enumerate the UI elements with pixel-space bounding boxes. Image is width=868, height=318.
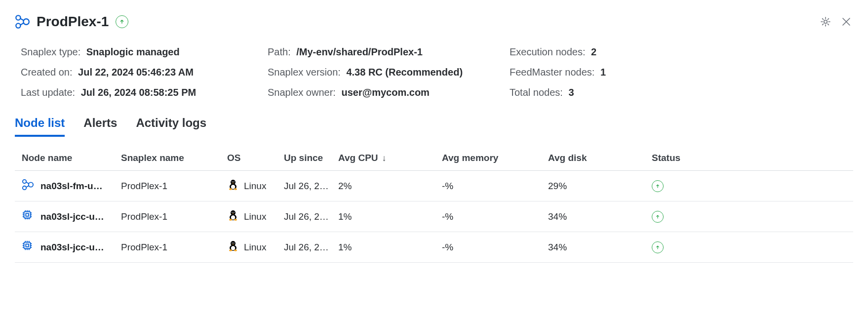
meta-exec-nodes: Execution nodes: 2 bbox=[510, 46, 853, 58]
cluster-icon bbox=[22, 179, 34, 193]
avg-memory: -% bbox=[442, 201, 548, 232]
status-up-icon bbox=[652, 241, 664, 253]
page-header: ProdPlex-1 bbox=[15, 14, 853, 30]
meta-total-nodes: Total nodes: 3 bbox=[510, 87, 853, 98]
up-since: Jul 26, 2… bbox=[284, 201, 338, 232]
cluster-icon bbox=[15, 14, 30, 29]
os-name: Linux bbox=[244, 242, 266, 253]
linux-icon bbox=[227, 179, 239, 193]
meta-created-on: Created on: Jul 22, 2024 05:46:23 AM bbox=[21, 67, 268, 78]
meta-path: Path: /My-env/shared/ProdPlex-1 bbox=[268, 46, 510, 58]
up-since: Jul 26, 2… bbox=[284, 232, 338, 263]
status-up-icon bbox=[652, 180, 664, 192]
tab-activity-logs[interactable]: Activity logs bbox=[136, 116, 206, 137]
th-up-since[interactable]: Up since bbox=[284, 146, 338, 171]
close-button[interactable] bbox=[839, 15, 853, 29]
linux-icon bbox=[227, 209, 239, 224]
table-row[interactable]: na03sl-jcc-u…ProdPlex-1LinuxJul 26, 2…1%… bbox=[15, 232, 853, 263]
snaplex-name: ProdPlex-1 bbox=[121, 201, 227, 232]
tab-node-list[interactable]: Node list bbox=[15, 116, 65, 137]
th-snaplex-name[interactable]: Snaplex name bbox=[121, 146, 227, 171]
sort-desc-icon: ↓ bbox=[382, 153, 387, 163]
node-name: na03sl-jcc-u… bbox=[40, 242, 104, 253]
meta-owner: Snaplex owner: user@mycom.com bbox=[268, 87, 510, 98]
meta-fm-nodes: FeedMaster nodes: 1 bbox=[510, 67, 853, 78]
node-name: na03sl-jcc-u… bbox=[40, 211, 104, 222]
chip-icon bbox=[22, 240, 34, 254]
node-name: na03sl-fm-u… bbox=[40, 181, 103, 192]
os-name: Linux bbox=[244, 211, 266, 222]
os-name: Linux bbox=[244, 181, 266, 192]
avg-cpu: 1% bbox=[338, 232, 442, 263]
tab-bar: Node list Alerts Activity logs bbox=[15, 116, 853, 137]
avg-disk: 34% bbox=[548, 201, 652, 232]
th-avg-disk[interactable]: Avg disk bbox=[548, 146, 652, 171]
avg-memory: -% bbox=[442, 232, 548, 263]
avg-disk: 34% bbox=[548, 232, 652, 263]
table-row[interactable]: na03sl-jcc-u…ProdPlex-1LinuxJul 26, 2…1%… bbox=[15, 201, 853, 232]
th-avg-cpu[interactable]: Avg CPU ↓ bbox=[338, 146, 442, 171]
meta-grid: Snaplex type: Snaplogic managed Path: /M… bbox=[15, 46, 853, 98]
snaplex-name: ProdPlex-1 bbox=[121, 232, 227, 263]
th-avg-memory[interactable]: Avg memory bbox=[442, 146, 548, 171]
snaplex-name: ProdPlex-1 bbox=[121, 171, 227, 201]
meta-version: Snaplex version: 4.38 RC (Recommended) bbox=[268, 67, 510, 78]
avg-cpu: 2% bbox=[338, 171, 442, 201]
meta-snaplex-type: Snaplex type: Snaplogic managed bbox=[21, 46, 268, 58]
avg-memory: -% bbox=[442, 171, 548, 201]
node-table: Node name Snaplex name OS Up since Avg C… bbox=[15, 146, 853, 263]
settings-button[interactable] bbox=[819, 15, 832, 29]
th-os[interactable]: OS bbox=[227, 146, 284, 171]
status-up-icon bbox=[652, 211, 664, 223]
table-row[interactable]: na03sl-fm-u…ProdPlex-1LinuxJul 26, 2…2%-… bbox=[15, 171, 853, 201]
page-title: ProdPlex-1 bbox=[37, 14, 109, 30]
chip-icon bbox=[22, 209, 34, 224]
th-node-name[interactable]: Node name bbox=[15, 146, 121, 171]
avg-cpu: 1% bbox=[338, 201, 442, 232]
meta-last-update: Last update: Jul 26, 2024 08:58:25 PM bbox=[21, 87, 268, 98]
tab-alerts[interactable]: Alerts bbox=[83, 116, 117, 137]
linux-icon bbox=[227, 240, 239, 254]
up-since: Jul 26, 2… bbox=[284, 171, 338, 201]
avg-disk: 29% bbox=[548, 171, 652, 201]
status-badge bbox=[116, 15, 128, 28]
th-status[interactable]: Status bbox=[652, 146, 853, 171]
